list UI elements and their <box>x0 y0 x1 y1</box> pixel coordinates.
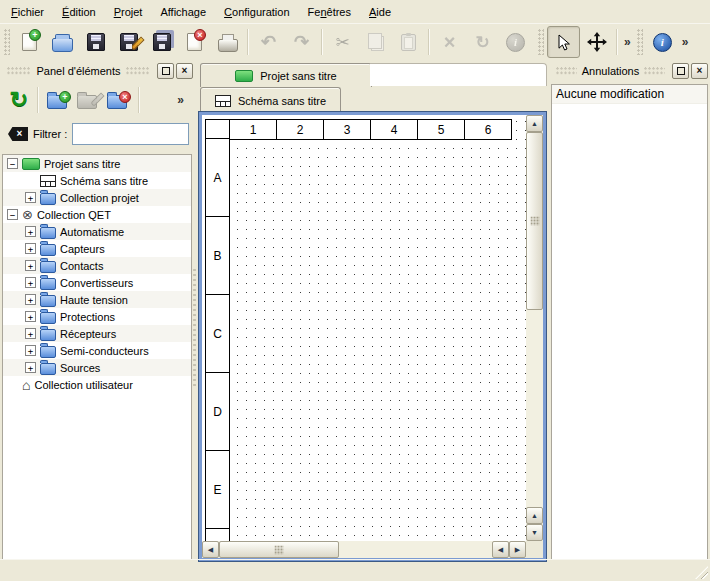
edit-category-button[interactable] <box>72 85 102 115</box>
expand-icon[interactable]: + <box>25 362 36 373</box>
tree-item-semi-conducteurs[interactable]: + Semi-conducteurs <box>3 342 191 359</box>
vertical-scroll-thumb[interactable] <box>526 132 543 310</box>
menu-affichage[interactable]: Affichage <box>151 3 215 21</box>
tree-item-recepteurs[interactable]: + Récepteurs <box>3 325 191 342</box>
menu-configuration[interactable]: Configuration <box>215 3 298 21</box>
restore-icon <box>677 67 685 75</box>
vertical-scroll-track[interactable] <box>526 310 543 507</box>
new-category-button[interactable]: + <box>42 85 72 115</box>
move-mode-button[interactable] <box>580 26 613 58</box>
toolbar-overflow-chevron[interactable]: » <box>679 35 692 49</box>
tree-item-convertisseurs[interactable]: + Convertisseurs <box>3 274 191 291</box>
close-panel-button[interactable]: × <box>176 63 193 79</box>
element-info-button[interactable]: i <box>499 26 532 58</box>
panel-toolbar-overflow-chevron[interactable]: » <box>174 93 187 107</box>
horizontal-scrollbar[interactable]: ◀ ◀ ▶ <box>202 541 526 558</box>
save-button[interactable] <box>79 26 112 58</box>
delete-category-button[interactable]: × <box>102 85 132 115</box>
expand-icon[interactable]: + <box>25 277 36 288</box>
save-all-button[interactable] <box>145 26 178 58</box>
expand-icon[interactable]: + <box>25 294 36 305</box>
menu-projet[interactable]: Projet <box>105 3 152 21</box>
paste-button[interactable] <box>392 26 425 58</box>
diagram-view[interactable]: 1 2 3 4 5 6 A B C D E ▲ ▲ ▼ ◀ ◀ ▶ <box>199 112 546 561</box>
toolbar-drag-handle[interactable] <box>4 29 10 55</box>
undo-list-item[interactable]: Aucune modification <box>552 85 707 104</box>
menu-aide[interactable]: Aide <box>360 3 400 21</box>
elements-panel-titlebar[interactable]: Panel d'éléments × <box>2 62 193 80</box>
tree-item-protections[interactable]: + Protections <box>3 308 191 325</box>
column-label: 3 <box>323 119 371 140</box>
tree-item-label: Schéma sans titre <box>60 175 148 187</box>
redo-button[interactable]: ↷ <box>285 26 318 58</box>
menu-fenetres[interactable]: Fenêtres <box>299 3 360 21</box>
undo-button[interactable]: ↶ <box>252 26 285 58</box>
scroll-down-button[interactable]: ▼ <box>526 524 543 541</box>
copy-button[interactable] <box>359 26 392 58</box>
tree-item-automatisme[interactable]: + Automatisme <box>3 223 191 240</box>
close-panel-button[interactable]: × <box>691 63 708 79</box>
reload-collections-button[interactable]: ↻ <box>4 85 34 115</box>
tree-item-schema-sans-titre[interactable]: Schéma sans titre <box>3 172 191 189</box>
rotate-button[interactable]: ↻ <box>466 26 499 58</box>
menu-fichier[interactable]: Fichier <box>2 3 53 21</box>
expand-icon[interactable]: + <box>25 243 36 254</box>
scroll-left-button-right[interactable]: ◀ <box>492 541 509 558</box>
menu-edition[interactable]: Édition <box>53 3 105 21</box>
tab-label: Schéma sans titre <box>238 95 326 107</box>
tree-item-contacts[interactable]: + Contacts <box>3 257 191 274</box>
tree-item-collection-qet[interactable]: − ⊗ Collection QET <box>3 206 191 223</box>
expand-icon[interactable]: + <box>25 345 36 356</box>
column-label: 6 <box>464 119 512 140</box>
paste-icon <box>401 34 416 51</box>
horizontal-scroll-thumb[interactable] <box>219 541 339 558</box>
close-file-button[interactable]: × <box>178 26 211 58</box>
horizontal-scroll-track[interactable] <box>339 541 492 558</box>
elements-panel: Panel d'éléments × ↻ + × » × Filtrer : −… <box>2 62 193 560</box>
open-project-button[interactable] <box>46 26 79 58</box>
tree-item-sources[interactable]: + Sources <box>3 359 191 376</box>
filter-input[interactable] <box>72 123 189 145</box>
about-info-button[interactable]: i <box>646 26 679 58</box>
tree-item-collection-utilisateur[interactable]: ⌂ Collection utilisateur <box>3 376 191 393</box>
expand-icon[interactable]: + <box>25 226 36 237</box>
collapse-icon[interactable]: − <box>7 158 18 169</box>
tree-item-collection-projet[interactable]: + Collection projet <box>3 189 191 206</box>
resize-grip[interactable] <box>695 566 708 579</box>
scroll-left-button[interactable]: ◀ <box>202 541 219 558</box>
toolbar-drag-handle[interactable] <box>637 29 643 55</box>
toolbar-overflow-chevron[interactable]: » <box>621 35 634 49</box>
scroll-up-button-bottom[interactable]: ▲ <box>526 507 543 524</box>
cut-button[interactable]: ✂ <box>326 26 359 58</box>
delete-button[interactable]: × <box>433 26 466 58</box>
close-document-icon: × <box>187 33 202 51</box>
undo-history-list[interactable]: Aucune modification <box>551 84 708 560</box>
new-project-button[interactable]: + <box>13 26 46 58</box>
collapse-icon[interactable]: − <box>7 209 18 220</box>
save-as-button[interactable] <box>112 26 145 58</box>
save-icon <box>87 33 105 51</box>
tab-schema-sans-titre[interactable]: Schéma sans titre <box>200 87 341 113</box>
vertical-scrollbar[interactable]: ▲ ▲ ▼ <box>526 115 543 541</box>
float-panel-button[interactable] <box>672 63 689 79</box>
toolbar-separator <box>247 29 249 55</box>
float-panel-button[interactable] <box>157 63 174 79</box>
tab-projet-sans-titre[interactable]: Projet sans titre <box>200 63 372 87</box>
toolbar-separator <box>321 29 323 55</box>
tree-item-haute-tension[interactable]: + Haute tension <box>3 291 191 308</box>
tree-item-capteurs[interactable]: + Capteurs <box>3 240 191 257</box>
toolbar-drag-handle[interactable] <box>538 29 544 55</box>
selection-mode-button[interactable] <box>547 26 580 58</box>
panel-splitter-handle[interactable] <box>193 268 198 388</box>
expand-icon[interactable]: + <box>25 311 36 322</box>
tree-item-projet-sans-titre[interactable]: − Projet sans titre <box>3 155 191 172</box>
expand-icon[interactable]: + <box>25 328 36 339</box>
scroll-right-button[interactable]: ▶ <box>509 541 526 558</box>
clear-filter-icon[interactable]: × <box>8 127 28 141</box>
schema-canvas[interactable]: 1 2 3 4 5 6 A B C D E <box>202 115 526 541</box>
expand-icon[interactable]: + <box>25 260 36 271</box>
undo-panel-titlebar[interactable]: Annulations × <box>551 62 708 80</box>
expand-icon[interactable]: + <box>25 192 36 203</box>
print-button[interactable] <box>211 26 244 58</box>
scroll-up-button[interactable]: ▲ <box>526 115 543 132</box>
